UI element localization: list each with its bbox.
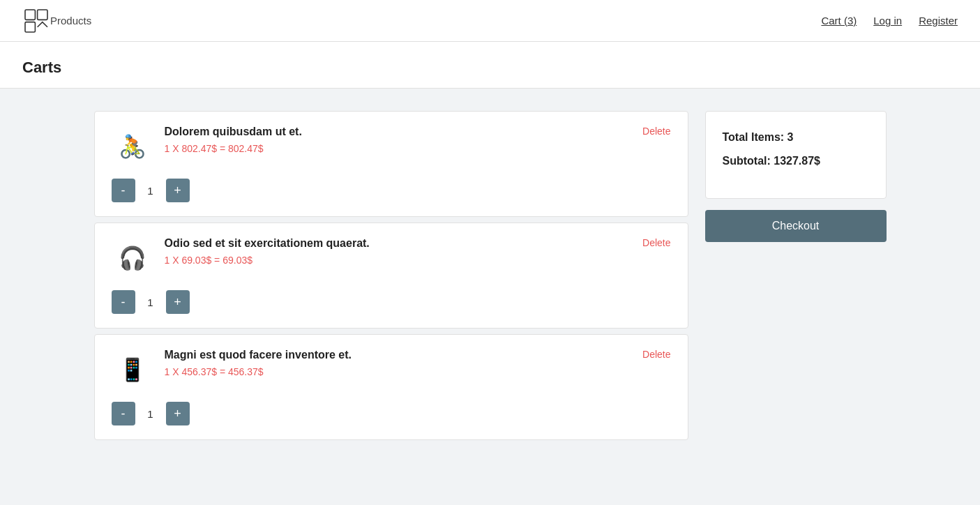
product-name-2: Odio sed et sit exercitationem quaerat. xyxy=(165,237,370,250)
summary-card: Total Items: 3 Subtotal: 1327.87$ xyxy=(705,111,887,199)
cart-item: 🚴 Dolorem quibusdam ut et. 1 X 802.47$ =… xyxy=(94,111,688,217)
decrement-button-2[interactable]: - xyxy=(112,290,135,314)
product-image-1: 🚴 xyxy=(112,126,153,167)
page-title: Carts xyxy=(22,59,958,77)
navbar: Products Cart (3) Log in Register xyxy=(0,0,980,42)
product-price-1: 1 X 802.47$ = 802.47$ xyxy=(165,143,264,154)
increment-button-1[interactable]: + xyxy=(166,179,190,202)
cart-item-top: 🚴 Dolorem quibusdam ut et. 1 X 802.47$ =… xyxy=(112,126,671,167)
total-items-label: Total Items: 3 xyxy=(723,131,869,144)
cart-items-list: 🚴 Dolorem quibusdam ut et. 1 X 802.47$ =… xyxy=(94,111,688,440)
delete-button-1[interactable]: Delete xyxy=(642,126,670,137)
quantity-value-1: 1 xyxy=(144,185,158,197)
cart-item-left: 📱 Magni est quod facere inventore et. 1 … xyxy=(112,349,352,391)
cart-link[interactable]: Cart (3) xyxy=(821,15,857,27)
cart-item-left: 🚴 Dolorem quibusdam ut et. 1 X 802.47$ =… xyxy=(112,126,302,167)
main-content: 🚴 Dolorem quibusdam ut et. 1 X 802.47$ =… xyxy=(72,89,909,462)
cart-item-top: 📱 Magni est quod facere inventore et. 1 … xyxy=(112,349,671,391)
subtotal-label: Subtotal: 1327.87$ xyxy=(723,155,869,167)
product-price-3: 1 X 456.37$ = 456.37$ xyxy=(165,366,264,377)
cart-item-info-1: Dolorem quibusdam ut et. 1 X 802.47$ = 8… xyxy=(165,126,302,155)
increment-button-2[interactable]: + xyxy=(166,290,190,314)
delete-button-3[interactable]: Delete xyxy=(642,349,670,360)
product-image-2: 🎧 xyxy=(112,237,153,279)
cart-item: 📱 Magni est quod facere inventore et. 1 … xyxy=(94,334,688,440)
summary-box: Total Items: 3 Subtotal: 1327.87$ Checko… xyxy=(705,111,887,440)
product-name-3: Magni est quod facere inventore et. xyxy=(165,349,352,361)
product-price-2: 1 X 69.03$ = 69.03$ xyxy=(165,255,253,266)
decrement-button-1[interactable]: - xyxy=(112,179,135,202)
product-name-1: Dolorem quibusdam ut et. xyxy=(165,126,302,138)
quantity-value-3: 1 xyxy=(144,408,158,420)
svg-rect-2 xyxy=(25,22,35,31)
cart-item: 🎧 Odio sed et sit exercitationem quaerat… xyxy=(94,223,688,329)
cart-item-info-2: Odio sed et sit exercitationem quaerat. … xyxy=(165,237,370,266)
checkout-button[interactable]: Checkout xyxy=(705,210,887,242)
cart-item-left: 🎧 Odio sed et sit exercitationem quaerat… xyxy=(112,237,370,279)
page-header: Carts xyxy=(0,42,980,89)
quantity-controls-2: - 1 + xyxy=(112,290,671,314)
quantity-value-2: 1 xyxy=(144,296,158,308)
svg-rect-1 xyxy=(38,10,47,20)
svg-rect-0 xyxy=(25,10,35,20)
logo-icon xyxy=(22,7,50,35)
cart-item-top: 🎧 Odio sed et sit exercitationem quaerat… xyxy=(112,237,671,279)
nav-products-link[interactable]: Products xyxy=(50,15,821,27)
quantity-controls-1: - 1 + xyxy=(112,179,671,202)
increment-button-3[interactable]: + xyxy=(166,402,190,425)
navbar-right: Cart (3) Log in Register xyxy=(821,15,958,27)
quantity-controls-3: - 1 + xyxy=(112,402,671,425)
product-image-3: 📱 xyxy=(112,349,153,391)
cart-item-info-3: Magni est quod facere inventore et. 1 X … xyxy=(165,349,352,378)
login-link[interactable]: Log in xyxy=(873,15,902,27)
decrement-button-3[interactable]: - xyxy=(112,402,135,425)
register-link[interactable]: Register xyxy=(919,15,958,27)
delete-button-2[interactable]: Delete xyxy=(642,237,670,248)
